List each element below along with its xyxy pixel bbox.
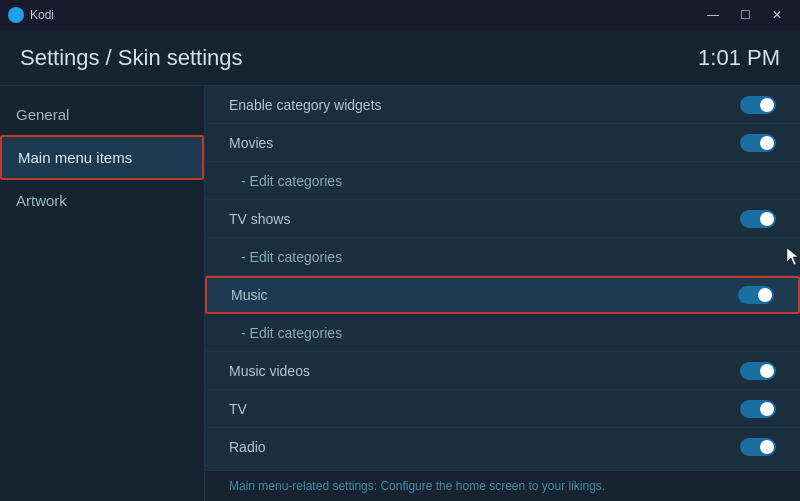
- svg-point-0: [12, 11, 20, 19]
- setting-label-tv: TV: [229, 401, 247, 417]
- setting-label-music-videos: Music videos: [229, 363, 310, 379]
- maximize-button[interactable]: ☐: [730, 5, 760, 25]
- setting-row-music[interactable]: Music: [205, 276, 800, 314]
- setting-label-radio: Radio: [229, 439, 266, 455]
- settings-footer: Main menu-related settings: Configure th…: [205, 470, 800, 501]
- main-content: GeneralMain menu itemsArtwork Enable cat…: [0, 86, 800, 501]
- sidebar-item-general[interactable]: General: [0, 94, 204, 135]
- setting-row-radio[interactable]: Radio: [205, 428, 800, 466]
- settings-list: Enable category widgetsMovies- Edit cate…: [205, 86, 800, 470]
- setting-row-music-videos[interactable]: Music videos: [205, 352, 800, 390]
- setting-label-enable-category-widgets: Enable category widgets: [229, 97, 382, 113]
- toggle-movies[interactable]: [740, 134, 776, 152]
- setting-row-tv[interactable]: TV: [205, 390, 800, 428]
- clock: 1:01 PM: [698, 45, 780, 71]
- window-controls: — ☐ ✕: [698, 5, 792, 25]
- sidebar-item-artwork[interactable]: Artwork: [0, 180, 204, 221]
- header: Settings / Skin settings 1:01 PM: [0, 30, 800, 86]
- minimize-button[interactable]: —: [698, 5, 728, 25]
- setting-label-music: Music: [231, 287, 268, 303]
- setting-label-movies: Movies: [229, 135, 273, 151]
- window-title: Kodi: [30, 8, 698, 22]
- setting-row-edit-categories-movies[interactable]: - Edit categories: [205, 162, 800, 200]
- footer-text: Main menu-related settings: Configure th…: [229, 479, 605, 493]
- toggle-music[interactable]: [738, 286, 774, 304]
- toggle-tv-shows[interactable]: [740, 210, 776, 228]
- setting-row-movies[interactable]: Movies: [205, 124, 800, 162]
- setting-label-tv-shows: TV shows: [229, 211, 290, 227]
- setting-row-enable-category-widgets[interactable]: Enable category widgets: [205, 86, 800, 124]
- toggle-music-videos[interactable]: [740, 362, 776, 380]
- toggle-radio[interactable]: [740, 438, 776, 456]
- page-title: Settings / Skin settings: [20, 45, 243, 71]
- setting-label-edit-categories-movies: - Edit categories: [241, 173, 342, 189]
- setting-row-edit-categories-music[interactable]: - Edit categories: [205, 314, 800, 352]
- setting-label-edit-categories-tvshows: - Edit categories: [241, 249, 342, 265]
- settings-content: Enable category widgetsMovies- Edit cate…: [205, 86, 800, 501]
- toggle-tv[interactable]: [740, 400, 776, 418]
- sidebar: GeneralMain menu itemsArtwork: [0, 86, 205, 501]
- app-icon: [8, 7, 24, 23]
- setting-label-edit-categories-music: - Edit categories: [241, 325, 342, 341]
- setting-row-tv-shows[interactable]: TV shows: [205, 200, 800, 238]
- sidebar-item-main-menu-items[interactable]: Main menu items: [0, 135, 204, 180]
- toggle-enable-category-widgets[interactable]: [740, 96, 776, 114]
- titlebar: Kodi — ☐ ✕: [0, 0, 800, 30]
- setting-row-edit-categories-tvshows[interactable]: - Edit categories: [205, 238, 800, 276]
- close-button[interactable]: ✕: [762, 5, 792, 25]
